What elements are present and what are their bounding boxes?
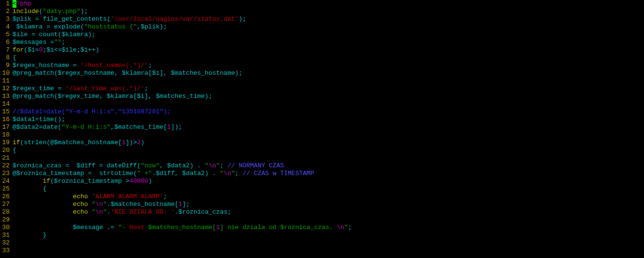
code-line[interactable]: 23@$roznica_timestamp = strtotime(" +".$… bbox=[0, 170, 644, 177]
syntax-token: ; bbox=[348, 224, 352, 231]
syntax-token: 1 bbox=[216, 224, 220, 231]
syntax-token: ?php bbox=[16, 0, 31, 7]
syntax-token: ,$plik); bbox=[137, 23, 167, 30]
code-line[interactable]: 16$data1=time(); bbox=[0, 116, 644, 123]
code-content[interactable]: for($i=0;$i<=$ile;$i++) bbox=[13, 46, 644, 54]
syntax-token: < bbox=[13, 0, 16, 8]
code-content[interactable]: //$data1=date("Y-m-d H:i:s","1351087201"… bbox=[13, 108, 644, 116]
line-number: 21 bbox=[0, 154, 13, 162]
code-content[interactable]: { bbox=[13, 147, 644, 154]
code-line[interactable]: 7for($i=0;$i<=$ile;$i++) bbox=[0, 46, 644, 54]
code-content[interactable] bbox=[13, 154, 644, 162]
code-content[interactable]: $regex_hostname = '/host_name=(.*)/'; bbox=[13, 62, 644, 69]
code-content[interactable]: @$data2=date("Y-m-d H:i:s",$matches_time… bbox=[13, 123, 644, 131]
code-content[interactable]: { bbox=[13, 54, 644, 62]
code-line[interactable]: 17@$data2=date("Y-m-d H:i:s",$matches_ti… bbox=[0, 123, 644, 131]
syntax-token: \n bbox=[96, 208, 103, 216]
code-line[interactable]: 13@preg_match($regex_time, $klamra[$i], … bbox=[0, 93, 644, 100]
code-content[interactable]: include("daty.php"); bbox=[13, 8, 644, 15]
code-content[interactable]: @$roznica_timestamp = strtotime(" +".$di… bbox=[13, 170, 644, 177]
code-line[interactable]: 25 { bbox=[0, 185, 644, 193]
code-line[interactable]: 28 echo "\n".'NIE DZIALA OD: '.$roznica_… bbox=[0, 208, 644, 216]
line-number: 6 bbox=[0, 39, 13, 46]
code-content[interactable]: $data1=time(); bbox=[13, 116, 644, 123]
code-line[interactable]: 33 bbox=[0, 247, 644, 255]
syntax-token: $roznica_czas = $diff = dateDiff( bbox=[13, 162, 141, 169]
code-content[interactable]: echo "\n".'NIE DZIALA OD: '.$roznica_cza… bbox=[13, 208, 644, 216]
syntax-token: @preg_match($regex_hostname, $klamra[$i]… bbox=[13, 69, 243, 77]
code-content[interactable]: echo "\n".$matches_hostname[1]; bbox=[13, 201, 644, 208]
code-content[interactable]: $roznica_czas = $diff = dateDiff("now", … bbox=[13, 162, 644, 170]
line-number: 33 bbox=[0, 247, 13, 255]
code-content[interactable]: if($roznica_timestamp >40000) bbox=[13, 177, 644, 185]
code-line[interactable]: 19if(strlen(@$matches_hostname[1])>2) bbox=[0, 139, 644, 147]
code-line[interactable]: 3$plik = file_get_contents('/usr/local/n… bbox=[0, 15, 644, 23]
code-line[interactable]: 2include("daty.php"); bbox=[0, 8, 644, 15]
code-line[interactable]: 14 bbox=[0, 100, 644, 108]
code-line[interactable]: 18 bbox=[0, 131, 644, 139]
line-number: 32 bbox=[0, 239, 13, 247]
code-content[interactable]: { bbox=[13, 185, 644, 193]
line-number: 10 bbox=[0, 69, 13, 77]
code-line[interactable]: 31 } bbox=[0, 231, 644, 239]
code-content[interactable]: $message .= "- Host $matches_hostname[1]… bbox=[13, 224, 644, 231]
syntax-token bbox=[88, 193, 92, 200]
code-content[interactable]: $plik = file_get_contents('/usr/local/na… bbox=[13, 15, 644, 23]
syntax-token: \n bbox=[337, 224, 344, 231]
code-content[interactable] bbox=[13, 239, 644, 247]
syntax-token: //$data1=date("Y-m-d H:i:s","1351087201"… bbox=[13, 108, 171, 115]
code-content[interactable]: $regex_time = '/last_time_up=(.*)/'; bbox=[13, 85, 644, 93]
code-line[interactable]: 26 echo 'ALARM ALARM ALARM'; bbox=[0, 193, 644, 201]
code-content[interactable] bbox=[13, 216, 644, 224]
code-content[interactable]: $messages =""; bbox=[13, 39, 644, 46]
code-content[interactable]: $klamra = explode("hoststatus {",$plik); bbox=[13, 23, 644, 31]
code-line[interactable]: 30 $message .= "- Host $matches_hostname… bbox=[0, 224, 644, 231]
code-line[interactable]: 1<?php bbox=[0, 0, 644, 8]
code-content[interactable] bbox=[13, 100, 644, 108]
code-line[interactable]: 11 bbox=[0, 77, 644, 85]
code-line[interactable]: 29 bbox=[0, 216, 644, 224]
code-line[interactable]: 22$roznica_czas = $diff = dateDiff("now"… bbox=[0, 162, 644, 170]
line-number: 1 bbox=[0, 0, 13, 8]
line-number: 14 bbox=[0, 100, 13, 108]
code-line[interactable]: 5$ile = count($klamra); bbox=[0, 31, 644, 39]
code-content[interactable]: } bbox=[13, 231, 644, 239]
syntax-token: \n bbox=[224, 170, 231, 177]
syntax-token: .$matches_hostname[ bbox=[107, 201, 178, 208]
code-line[interactable]: 9$regex_hostname = '/host_name=(.*)/'; bbox=[0, 62, 644, 69]
code-content[interactable]: <?php bbox=[13, 0, 644, 8]
syntax-token: // NORMANY CZAS bbox=[228, 162, 284, 169]
code-line[interactable]: 10@preg_match($regex_hostname, $klamra[$… bbox=[0, 69, 644, 77]
syntax-token: " bbox=[92, 201, 96, 208]
code-line[interactable]: 27 echo "\n".$matches_hostname[1]; bbox=[0, 201, 644, 208]
syntax-token: "" bbox=[54, 39, 62, 46]
code-line[interactable]: 21 bbox=[0, 154, 644, 162]
code-line[interactable]: 24 if($roznica_timestamp >40000) bbox=[0, 177, 644, 185]
code-line[interactable]: 32 bbox=[0, 239, 644, 247]
syntax-token: echo bbox=[73, 201, 88, 208]
code-content[interactable]: $ile = count($klamra); bbox=[13, 31, 644, 39]
syntax-token: Host bbox=[129, 224, 144, 231]
code-content[interactable] bbox=[13, 131, 644, 139]
code-line[interactable]: 8{ bbox=[0, 54, 644, 62]
line-number: 2 bbox=[0, 8, 13, 15]
syntax-token: "Y-m-d H:i:s" bbox=[61, 123, 110, 131]
code-line[interactable]: 6$messages =""; bbox=[0, 39, 644, 46]
code-line[interactable]: 12$regex_time = '/last_time_up=(.*)/'; bbox=[0, 85, 644, 93]
code-content[interactable] bbox=[13, 77, 644, 85]
line-number: 8 bbox=[0, 54, 13, 62]
code-content[interactable]: @preg_match($regex_hostname, $klamra[$i]… bbox=[13, 69, 644, 77]
line-number: 30 bbox=[0, 224, 13, 231]
code-editor[interactable]: 1<?php2include("daty.php");3$plik = file… bbox=[0, 0, 644, 255]
code-content[interactable]: @preg_match($regex_time, $klamra[$i], $m… bbox=[13, 93, 644, 100]
line-number: 31 bbox=[0, 231, 13, 239]
code-line[interactable]: 15//$data1=date("Y-m-d H:i:s","135108720… bbox=[0, 108, 644, 116]
code-line[interactable]: 4 $klamra = explode("hoststatus {",$plik… bbox=[0, 23, 644, 31]
code-content[interactable]: if(strlen(@$matches_hostname[1])>2) bbox=[13, 139, 644, 147]
syntax-token: , $data2) . bbox=[159, 162, 205, 169]
code-line[interactable]: 20{ bbox=[0, 147, 644, 154]
syntax-token: $messages = bbox=[13, 39, 54, 46]
code-content[interactable] bbox=[13, 247, 644, 255]
line-number: 9 bbox=[0, 62, 13, 69]
code-content[interactable]: echo 'ALARM ALARM ALARM'; bbox=[13, 193, 644, 201]
